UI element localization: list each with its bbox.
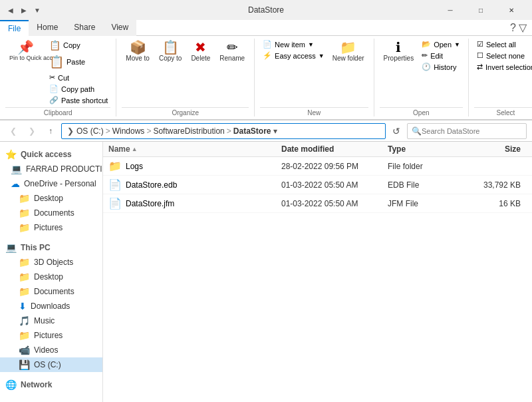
sidebar-item-farrad[interactable]: 💻 FARRAD PRODUCTION (0, 162, 102, 176)
back-button[interactable]: ❮ (5, 123, 21, 139)
ribbon: File Home Share View ? ▽ 📌 Pin to Quick … (0, 20, 532, 120)
move-icon: 📦 (130, 41, 146, 54)
sidebar-item-this-pc[interactable]: 💻 This PC (0, 240, 102, 255)
sidebar-item-music[interactable]: 🎵 Music (0, 313, 102, 328)
close-button[interactable]: ✕ (496, 0, 527, 20)
minimize-button[interactable]: ─ (435, 0, 466, 20)
select-all-icon: ☑ (477, 40, 483, 49)
search-input[interactable] (422, 127, 522, 135)
file-type-2: JFM File (388, 199, 467, 208)
folder-icon-row: 📁 (108, 160, 122, 172)
sidebar-item-os-c[interactable]: 💾 OS (C:) (0, 357, 102, 372)
sidebar-item-3d-objects[interactable]: 📁 3D Objects (0, 255, 102, 270)
sidebar-item-desktop-2[interactable]: 📁 Desktop (0, 270, 102, 284)
path-separator-icon: ❯ (67, 126, 74, 136)
history-button[interactable]: 🕐 History (419, 61, 463, 73)
open-button[interactable]: 📂 Open ▼ (419, 39, 463, 50)
copy-button[interactable]: 📋 Copy (47, 39, 110, 52)
tab-view[interactable]: View (103, 20, 136, 36)
sidebar-item-quick-access[interactable]: ⭐ Quick access (0, 147, 102, 162)
copy-to-button[interactable]: 📋 Copy to (155, 39, 186, 64)
sidebar-item-documents-2[interactable]: 📁 Documents (0, 284, 102, 299)
delete-button[interactable]: ✖ Delete (187, 39, 214, 64)
new-folder-icon: 📁 (340, 41, 356, 54)
file-date-1: 01-03-2022 05:50 AM (281, 180, 388, 190)
sidebar-item-network[interactable]: 🌐 Network (0, 377, 102, 392)
sidebar-item-pictures-2[interactable]: 📁 Pictures (0, 328, 102, 343)
address-path[interactable]: ❯ OS (C:) > Windows > SoftwareDistributi… (61, 123, 386, 139)
select-items: ☑ Select all ☐ Select none ⇄ Invert sele… (474, 39, 532, 106)
file-icon-jfm: 📄 (108, 197, 122, 210)
column-name[interactable]: Name ▲ (108, 144, 281, 154)
ribbon-content: 📌 Pin to Quick access 📋 Copy 📋 Paste ✂ (0, 36, 532, 120)
copy-path-icon: 📄 (49, 85, 59, 93)
history-label: History (434, 63, 456, 71)
folder-docs-icon: 📁 (19, 286, 30, 297)
sidebar-item-documents-1[interactable]: 📁 Documents (0, 206, 102, 220)
path-segment-2[interactable]: SoftwareDistribution (153, 126, 224, 136)
paste-icon: 📋 (49, 55, 64, 69)
open-icon: 📂 (422, 40, 431, 49)
sidebar-item-desktop-1[interactable]: 📁 Desktop (0, 191, 102, 206)
select-all-button[interactable]: ☑ Select all (474, 39, 532, 50)
ribbon-help-icon[interactable]: ? (510, 22, 516, 34)
new-item-button[interactable]: 📄 New item ▼ (260, 39, 327, 50)
download-icon: ⬇ (19, 301, 27, 311)
column-date[interactable]: Date modified (281, 144, 388, 154)
new-items: 📄 New item ▼ ⚡ Easy access ▼ 📁 New folde… (260, 39, 368, 106)
sidebar-item-downloads[interactable]: ⬇ Downloads (0, 299, 102, 313)
paste-shortcut-button[interactable]: 🔗 Paste shortcut (47, 95, 110, 106)
tab-file[interactable]: File (0, 20, 29, 36)
path-segment-1[interactable]: Windows (112, 126, 145, 136)
tab-share[interactable]: Share (66, 20, 103, 36)
table-row[interactable]: 📄 DataStore.edb 01-03-2022 05:50 AM EDB … (103, 176, 532, 194)
file-name-0: 📁 Logs (108, 160, 281, 172)
history-icon: 🕐 (422, 63, 431, 71)
pin-label: Pin to Quick access (9, 55, 41, 61)
copy-icon: 📋 (49, 40, 61, 51)
file-size-1: 33,792 KB (467, 180, 521, 190)
sidebar-item-videos[interactable]: 📹 Videos (0, 343, 102, 357)
title-bar-quick-icons: ◀ ▶ ▼ (5, 5, 43, 15)
sidebar-item-pictures-1[interactable]: 📁 Pictures (0, 220, 102, 235)
tab-home[interactable]: Home (29, 20, 66, 36)
invert-icon: ⇄ (477, 63, 483, 71)
refresh-button[interactable]: ↺ (388, 123, 404, 139)
properties-button[interactable]: ℹ Properties (380, 39, 418, 64)
path-segment-3[interactable]: DataStore (233, 126, 271, 136)
cut-button[interactable]: ✂ Cut (47, 72, 110, 83)
new-folder-button[interactable]: 📁 New folder (329, 39, 368, 64)
ribbon-group-clipboard: 📌 Pin to Quick access 📋 Copy 📋 Paste ✂ (0, 39, 116, 116)
sidebar-item-onedrive[interactable]: ☁ OneDrive - Personal (0, 176, 102, 191)
maximize-button[interactable]: □ (466, 0, 496, 20)
move-to-button[interactable]: 📦 Move to (122, 39, 154, 64)
paste-button[interactable]: 📋 Paste (47, 53, 110, 71)
table-row[interactable]: 📄 DataStore.jfm 01-03-2022 05:50 AM JFM … (103, 194, 532, 213)
rename-button[interactable]: ✏ Rename (215, 39, 249, 64)
copy-path-button[interactable]: 📄 Copy path (47, 83, 110, 95)
table-row[interactable]: 📁 Logs 28-02-2022 09:56 PM File folder (103, 157, 532, 176)
select-none-button[interactable]: ☐ Select none (474, 50, 532, 61)
column-size[interactable]: Size (467, 144, 521, 154)
paste-shortcut-label: Paste shortcut (61, 97, 108, 104)
window-controls: ─ □ ✕ (435, 0, 527, 20)
path-segment-0[interactable]: OS (C:) (76, 126, 104, 136)
edit-button[interactable]: ✏ Edit (419, 50, 463, 61)
search-box[interactable]: 🔍 (407, 123, 527, 139)
ribbon-group-open: ℹ Properties 📂 Open ▼ ✏ Edit 🕐 (374, 39, 469, 116)
easy-access-button[interactable]: ⚡ Easy access ▼ (260, 50, 327, 61)
up-button[interactable]: ↑ (43, 123, 59, 139)
folder-3d-icon: 📁 (19, 257, 30, 268)
pin-to-quick-access-button[interactable]: 📌 Pin to Quick access (5, 39, 45, 63)
pin-icon: 📌 (17, 41, 34, 54)
clipboard-items: 📌 Pin to Quick access 📋 Copy 📋 Paste ✂ (5, 39, 110, 106)
address-dropdown-icon[interactable]: ▾ (273, 126, 277, 136)
file-name-2: 📄 DataStore.jfm (108, 197, 281, 210)
forward-button[interactable]: ❯ (24, 123, 40, 139)
column-type[interactable]: Type (388, 144, 467, 154)
main-content: ⭐ Quick access 💻 FARRAD PRODUCTION ☁ One… (0, 142, 532, 402)
ribbon-expand-icon[interactable]: ▽ (519, 21, 527, 34)
search-icon: 🔍 (412, 126, 422, 136)
ribbon-group-organize: 📦 Move to 📋 Copy to ✖ Delete ✏ Rename Or… (116, 39, 255, 116)
invert-selection-button[interactable]: ⇄ Invert selection (474, 61, 532, 73)
